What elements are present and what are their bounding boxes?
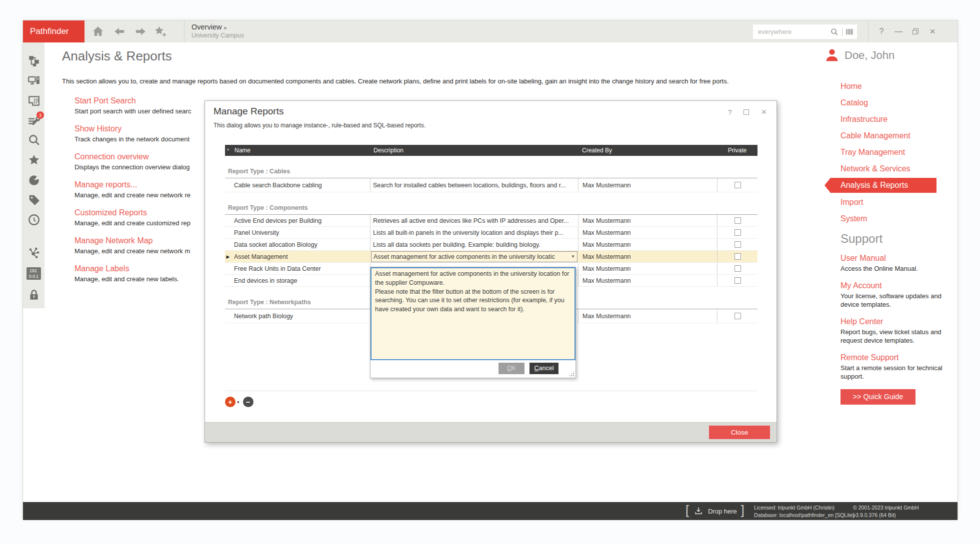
report-description: Lists all data sockets per building. Exa… xyxy=(370,239,578,250)
restore-button[interactable] xyxy=(907,28,924,34)
barcode-scan-icon[interactable] xyxy=(845,27,854,36)
breadcrumb-title[interactable]: Overview xyxy=(192,23,222,31)
report-name: End devices in storage xyxy=(231,275,370,286)
private-checkbox[interactable] xyxy=(734,277,741,284)
table-row-selected[interactable]: ▶ Asset Management Asset management for … xyxy=(225,251,758,263)
report-created-by: Max Mustermann xyxy=(578,251,717,262)
nav-item-infrastructure[interactable]: Infrastructure xyxy=(820,111,940,127)
app-window: Pathfinder Overview▸ University Campus xyxy=(22,20,958,520)
search-input[interactable] xyxy=(758,28,828,35)
cancel-button[interactable]: Cancel xyxy=(530,363,558,374)
dialog-subtitle: This dialog allows you to manage instanc… xyxy=(214,122,426,129)
licensed-line: Licensed: tripunkt GmbH (Christin) xyxy=(754,504,854,512)
quick-guide-button[interactable]: >> Quick Guide xyxy=(840,389,916,405)
network-map-icon[interactable] xyxy=(27,246,41,260)
link-label[interactable]: Start Port Search xyxy=(74,96,136,105)
support-link[interactable]: User Manual xyxy=(840,254,943,263)
private-checkbox[interactable] xyxy=(734,313,741,319)
link-label[interactable]: Manage Labels xyxy=(74,264,129,273)
table-row[interactable]: Active End devices per Building Retrieve… xyxy=(225,215,758,227)
close-dialog-button[interactable]: Close xyxy=(709,426,770,439)
nav-item-home[interactable]: Home xyxy=(820,78,940,94)
description-editor-textarea[interactable]: Asset management for active components i… xyxy=(370,267,576,360)
back-icon[interactable] xyxy=(113,25,126,38)
search-rail-icon[interactable] xyxy=(27,133,41,147)
search-icon[interactable] xyxy=(830,27,839,36)
table-row[interactable]: Cable search Backbone cabling Search for… xyxy=(225,178,758,192)
column-header-name[interactable]: Name xyxy=(231,147,370,154)
add-dropdown-caret[interactable]: ▾ xyxy=(237,400,240,405)
nav-item-import[interactable]: Import xyxy=(820,194,940,210)
private-checkbox[interactable] xyxy=(734,265,741,272)
history-clock-icon[interactable] xyxy=(27,213,41,227)
combo-value: Asset management for active components i… xyxy=(374,253,555,260)
link-label[interactable]: Connection overview xyxy=(74,152,149,161)
breadcrumb[interactable]: Overview▸ University Campus xyxy=(192,23,244,39)
support-user-manual: User Manual Access the Online Manual. xyxy=(840,254,943,273)
nav-item-tray-management[interactable]: Tray Management xyxy=(820,144,940,160)
link-label[interactable]: Manage reports... xyxy=(74,180,137,189)
tools-badge: 3 xyxy=(36,111,44,119)
nav-item-catalog[interactable]: Catalog xyxy=(820,94,940,111)
column-header-description[interactable]: Description xyxy=(370,147,578,154)
link-label[interactable]: Manage Network Map xyxy=(74,236,153,245)
ip-address-icon[interactable]: 192.0.0.1 xyxy=(26,267,41,281)
nav-item-system[interactable]: System xyxy=(820,210,940,227)
group-header-cables[interactable]: Report Type : Cables xyxy=(225,168,758,178)
drop-bracket-left: [ xyxy=(686,504,689,518)
favorites-icon[interactable] xyxy=(27,153,41,167)
nav-item-analysis-reports[interactable]: Analysis & Reports xyxy=(824,178,936,193)
table-row[interactable]: Panel University Lists all built-in pane… xyxy=(225,227,758,239)
floorplan-icon[interactable] xyxy=(27,94,41,108)
private-checkbox[interactable] xyxy=(734,241,741,248)
support-link[interactable]: My Account xyxy=(840,281,943,290)
table-row[interactable]: Data socket allocation Biology Lists all… xyxy=(225,239,758,251)
nav-item-network-services[interactable]: Network & Services xyxy=(820,160,940,177)
chevron-right-icon: ▸ xyxy=(224,24,227,30)
main-nav: Home Catalog Infrastructure Cable Manage… xyxy=(820,78,940,227)
support-link[interactable]: Remote Support xyxy=(840,353,943,362)
search-box xyxy=(753,24,857,39)
support-link[interactable]: Help Center xyxy=(840,317,943,326)
drop-zone[interactable]: [ Drop here ] xyxy=(686,502,744,520)
user-info[interactable]: Doe, John xyxy=(820,48,956,63)
column-header-private[interactable]: Private xyxy=(717,147,758,154)
page-intro: This section allows you to, create and m… xyxy=(62,77,728,85)
link-label[interactable]: Show History xyxy=(74,124,122,133)
nav-item-cable-management[interactable]: Cable Management xyxy=(820,127,940,144)
ok-button[interactable]: OK xyxy=(498,363,524,374)
forward-icon[interactable] xyxy=(134,25,147,38)
support-heading: Support xyxy=(840,232,943,246)
private-checkbox[interactable] xyxy=(734,253,741,260)
close-window-button[interactable]: × xyxy=(924,26,941,37)
lock-icon[interactable] xyxy=(27,288,41,302)
dialog-footer: Close xyxy=(205,422,776,442)
workstation-icon[interactable] xyxy=(27,74,41,88)
dialog-maximize-button[interactable] xyxy=(744,109,749,115)
home-icon[interactable] xyxy=(92,25,104,38)
private-checkbox[interactable] xyxy=(734,217,741,224)
column-header-created-by[interactable]: Created By xyxy=(578,147,717,154)
license-info: Licensed: tripunkt GmbH (Christin) Datab… xyxy=(754,504,854,519)
link-label[interactable]: Customized Reports xyxy=(74,208,147,217)
add-favorite-icon[interactable] xyxy=(154,25,167,38)
topology-icon[interactable] xyxy=(27,54,41,68)
tools-icon[interactable]: 3 xyxy=(27,114,41,128)
tag-icon[interactable] xyxy=(27,193,41,207)
minimize-button[interactable]: — xyxy=(890,27,907,36)
pie-chart-icon[interactable] xyxy=(27,173,41,187)
group-header-components[interactable]: Report Type : Components xyxy=(225,204,758,215)
status-bar: [ Drop here ] Licensed: tripunkt GmbH (C… xyxy=(23,502,958,520)
dropdown-arrow-icon[interactable]: ▼ xyxy=(571,254,575,259)
help-button[interactable]: ? xyxy=(873,27,890,36)
dialog-close-icon[interactable]: × xyxy=(761,107,766,117)
add-report-button[interactable]: + xyxy=(225,397,236,407)
private-checkbox[interactable] xyxy=(734,229,741,236)
report-name: Panel University xyxy=(231,227,370,238)
description-combo-editor[interactable]: Asset management for active components i… xyxy=(371,251,578,262)
dialog-help-button[interactable]: ? xyxy=(728,108,732,116)
resize-grip[interactable] xyxy=(568,371,574,377)
private-checkbox[interactable] xyxy=(734,182,741,188)
app-logo[interactable]: Pathfinder xyxy=(23,20,84,42)
remove-report-button[interactable]: − xyxy=(243,397,254,407)
